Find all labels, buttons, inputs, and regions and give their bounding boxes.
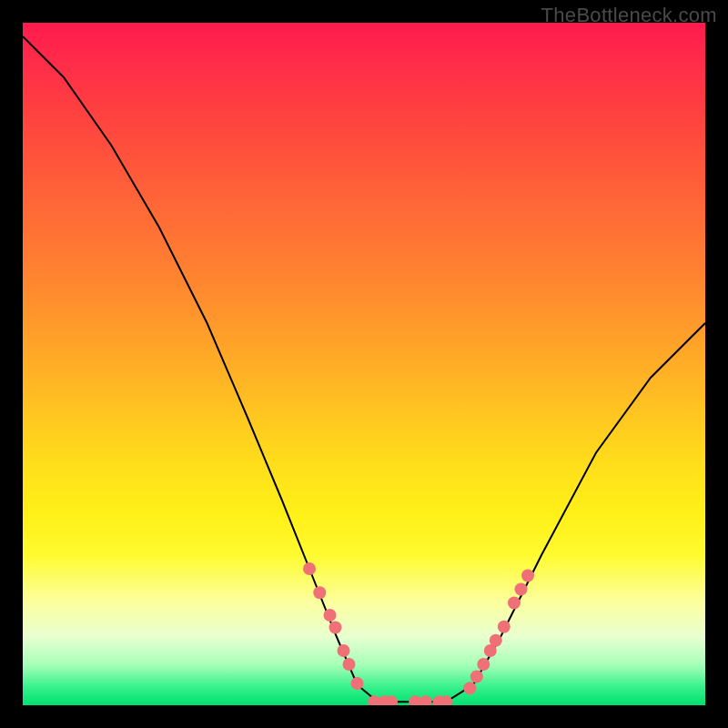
plot-area bbox=[23, 23, 705, 705]
data-point-marker bbox=[303, 562, 316, 575]
data-point-marker bbox=[313, 586, 326, 599]
data-point-markers bbox=[303, 562, 534, 705]
data-point-marker bbox=[351, 677, 364, 690]
data-point-marker bbox=[498, 621, 511, 633]
data-point-marker bbox=[470, 671, 483, 683]
chart-container: TheBottleneck.com bbox=[0, 0, 728, 728]
data-point-marker bbox=[508, 597, 521, 610]
data-point-marker bbox=[329, 622, 342, 634]
data-point-marker bbox=[343, 658, 356, 671]
data-point-marker bbox=[338, 644, 350, 657]
data-point-marker bbox=[521, 570, 534, 582]
data-point-marker bbox=[490, 634, 502, 647]
data-point-marker bbox=[324, 609, 337, 622]
bottleneck-curve bbox=[23, 36, 705, 702]
watermark-text: TheBottleneck.com bbox=[541, 4, 717, 27]
chart-overlay bbox=[23, 23, 705, 705]
data-point-marker bbox=[515, 583, 528, 596]
data-point-marker bbox=[463, 682, 476, 694]
data-point-marker bbox=[477, 658, 490, 671]
data-point-marker bbox=[420, 695, 432, 705]
